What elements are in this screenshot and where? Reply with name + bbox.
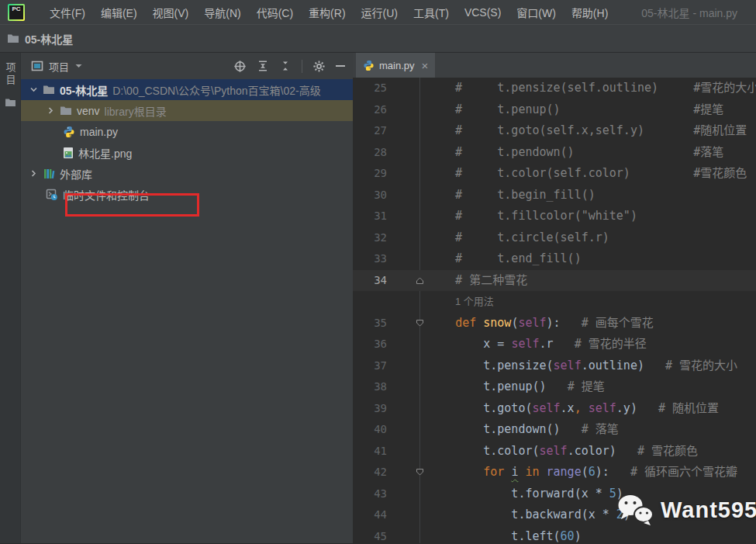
project-stripe-button[interactable]: 项目 xyxy=(3,59,18,95)
collapse-all-icon[interactable] xyxy=(279,60,292,72)
code-line-29[interactable]: 29 # t.color(self.color) #雪花颜色 xyxy=(353,163,756,185)
line-number[interactable]: 34 xyxy=(353,270,387,292)
code-line-44[interactable]: 44 t.backward(x * 2) xyxy=(353,504,756,526)
code-text: # t.penup() #提笔 xyxy=(427,99,723,121)
fold-marker-icon[interactable] xyxy=(415,275,425,286)
folder-icon xyxy=(7,33,19,43)
code-line-35[interactable]: 35 def snow(self): # 画每个雪花 xyxy=(353,313,756,334)
pycharm-logo-icon: PC xyxy=(8,4,25,21)
python-file-icon xyxy=(363,60,375,71)
code-line-32[interactable]: 32 # t.circle(self.r) xyxy=(353,227,756,249)
menu-item-5[interactable]: 重构(R) xyxy=(301,1,353,24)
menu-item-10[interactable]: 帮助(H) xyxy=(564,1,616,24)
line-number[interactable]: 31 xyxy=(353,206,387,227)
chevron-right-icon[interactable] xyxy=(46,106,55,115)
menu-item-4[interactable]: 代码(C) xyxy=(249,1,301,24)
code-line-28[interactable]: 28 # t.pendown() #落笔 xyxy=(353,142,756,164)
code-text: for i in range(6): # 循环画六个雪花瓣 xyxy=(427,462,737,483)
code-line-25[interactable]: 25 # t.pensize(self.outline) #雪花的大小 xyxy=(353,78,756,99)
line-number[interactable]: 33 xyxy=(353,248,387,270)
fold-marker-icon[interactable] xyxy=(415,318,425,328)
menu-item-1[interactable]: 编辑(E) xyxy=(93,1,145,24)
code-line-33[interactable]: 33 # t.end_fill() xyxy=(353,248,756,270)
menu-item-2[interactable]: 视图(V) xyxy=(145,1,197,24)
code-line-41[interactable]: 41 t.color(self.color) # 雪花颜色 xyxy=(353,441,756,463)
code-line-30[interactable]: 30 # t.begin_fill() xyxy=(353,185,756,206)
line-number[interactable]: 26 xyxy=(353,99,387,121)
gear-icon[interactable] xyxy=(312,60,326,73)
line-number[interactable]: 29 xyxy=(353,163,387,185)
code-line-34[interactable]: 34 # 第二种雪花 xyxy=(353,270,756,292)
project-panel-title: 项目 xyxy=(49,59,69,74)
menu-bar: PC 文件(F)编辑(E)视图(V)导航(N)代码(C)重构(R)运行(U)工具… xyxy=(0,0,756,25)
line-number[interactable]: 42 xyxy=(353,462,387,483)
code-line-31[interactable]: 31 # t.fillcolor("white") xyxy=(353,206,756,227)
tree-item-main-py[interactable]: main.py xyxy=(21,121,353,142)
tree-item-scratches[interactable]: 临时文件和控制台 xyxy=(21,184,353,205)
code-text: # t.color(self.color) #雪花颜色 xyxy=(427,163,747,185)
tab-main-py[interactable]: main.py × xyxy=(356,53,435,78)
expand-all-icon[interactable] xyxy=(257,60,269,72)
line-number[interactable]: 41 xyxy=(353,441,387,463)
line-number[interactable]: 27 xyxy=(353,120,387,142)
tree-item-project-root[interactable]: 05-林北星 D:\00_CSDN\公众号\Python百宝箱\02-高级 xyxy=(21,79,353,100)
close-icon[interactable]: × xyxy=(419,59,429,72)
menu-item-0[interactable]: 文件(F) xyxy=(42,1,93,24)
chevron-right-icon[interactable] xyxy=(29,169,38,178)
folder-icon[interactable] xyxy=(5,98,16,107)
code-text: # t.fillcolor("white") xyxy=(427,206,637,227)
code-line-37[interactable]: 37 t.pensize(self.outline) # 雪花的大小 xyxy=(353,355,756,377)
code-line-27[interactable]: 27 # t.goto(self.x,self.y) #随机位置 xyxy=(353,120,756,142)
code-text: # t.end_fill() xyxy=(427,248,582,270)
libraries-icon xyxy=(43,168,55,179)
code-line-39[interactable]: 39 t.goto(self.x, self.y) # 随机位置 xyxy=(353,398,756,420)
code-line-40[interactable]: 40 t.pendown() # 落笔 xyxy=(353,419,756,441)
line-number[interactable]: 30 xyxy=(353,185,387,206)
window-title: 05-林北星 - main.py xyxy=(641,5,737,20)
line-number[interactable]: 40 xyxy=(353,419,387,441)
code-text: # t.goto(self.x,self.y) #随机位置 xyxy=(427,120,747,142)
code-text: t.color(self.color) # 雪花颜色 xyxy=(427,441,698,463)
line-number[interactable]: 35 xyxy=(353,313,387,334)
tool-window-icon xyxy=(31,60,43,72)
code-line-43[interactable]: 43 t.forward(x * 5) xyxy=(353,483,756,505)
usages-inlay-hint[interactable]: 1 个用法 xyxy=(353,291,756,313)
line-number[interactable]: 44 xyxy=(353,504,387,526)
code-line-38[interactable]: 38 t.penup() # 提笔 xyxy=(353,376,756,398)
tree-item-external-libs[interactable]: 外部库 xyxy=(21,163,353,184)
hide-panel-icon[interactable] xyxy=(336,65,345,67)
code-text: def snow(self): # 画每个雪花 xyxy=(427,313,654,334)
tree-item-venv[interactable]: venv library根目录 xyxy=(21,100,353,121)
menu-item-9[interactable]: 窗口(W) xyxy=(509,1,564,24)
line-number[interactable]: 38 xyxy=(353,376,387,398)
project-panel-toolbar xyxy=(233,53,345,79)
line-number[interactable]: 37 xyxy=(353,355,387,377)
menu-item-6[interactable]: 运行(U) xyxy=(354,1,406,24)
chevron-down-icon[interactable] xyxy=(74,63,83,69)
line-number[interactable]: 39 xyxy=(353,398,387,420)
code-line-26[interactable]: 26 # t.penup() #提笔 xyxy=(353,99,756,121)
image-file-icon xyxy=(63,147,74,159)
locate-file-icon[interactable] xyxy=(233,60,247,73)
menu-item-8[interactable]: VCS(S) xyxy=(457,2,509,23)
code-text: t.pensize(self.outline) # 雪花的大小 xyxy=(427,355,737,377)
line-number[interactable]: 43 xyxy=(353,483,387,505)
line-number[interactable]: 32 xyxy=(353,227,387,249)
code-area[interactable]: 25 # t.pensize(self.outline) #雪花的大小26 # … xyxy=(353,78,756,543)
line-number[interactable]: 25 xyxy=(353,78,387,99)
project-panel-header: 项目 xyxy=(21,53,353,79)
line-number[interactable]: 28 xyxy=(353,142,387,164)
menu-item-7[interactable]: 工具(T) xyxy=(406,1,457,24)
tree-item-image-png[interactable]: 林北星.png xyxy=(21,142,353,163)
breadcrumb[interactable]: 05-林北星 xyxy=(25,31,73,47)
line-number[interactable]: 36 xyxy=(353,334,387,355)
code-text: t.forward(x * 5) xyxy=(427,483,623,505)
code-line-42[interactable]: 42 for i in range(6): # 循环画六个雪花瓣 xyxy=(353,462,756,483)
code-line-45[interactable]: 45 t.left(60) xyxy=(353,526,756,544)
fold-marker-icon[interactable] xyxy=(415,467,425,477)
chevron-down-icon[interactable] xyxy=(29,85,38,94)
code-line-36[interactable]: 36 x = self.r # 雪花的半径 xyxy=(353,334,756,355)
menu-item-3[interactable]: 导航(N) xyxy=(196,1,248,24)
code-text: t.penup() # 提笔 xyxy=(427,376,605,398)
line-number[interactable]: 45 xyxy=(353,526,387,544)
